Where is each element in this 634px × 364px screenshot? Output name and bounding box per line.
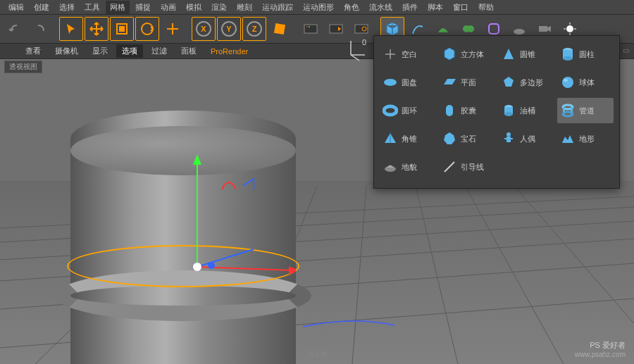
menu-mograph[interactable]: 运动图形 <box>299 1 338 14</box>
label: 多边形 <box>520 77 543 88</box>
plane-icon <box>442 75 457 90</box>
svg-line-29 <box>352 186 366 364</box>
menu-anim[interactable]: 动画 <box>156 1 180 14</box>
label: 油桶 <box>520 106 535 116</box>
view-camera[interactable]: 摄像机 <box>49 44 84 58</box>
prim-disc[interactable]: 圆盘 <box>380 70 436 95</box>
sphere-icon <box>560 75 576 90</box>
render-view[interactable] <box>299 17 323 41</box>
view-filter[interactable]: 过滤 <box>146 44 173 58</box>
prim-pyramid[interactable]: 角锥 <box>380 126 436 151</box>
disc-icon <box>383 75 398 90</box>
prim-cube[interactable]: 立方体 <box>439 42 495 67</box>
guide-icon <box>442 159 457 175</box>
prim-null[interactable]: 空白 <box>380 42 436 67</box>
relief-icon <box>383 159 398 175</box>
svg-point-54 <box>384 106 397 115</box>
move-tool[interactable] <box>85 17 108 41</box>
svg-rect-1 <box>119 26 125 32</box>
svg-line-44 <box>351 55 359 61</box>
svg-rect-10 <box>304 25 317 33</box>
prim-relief[interactable]: 地貌 <box>380 154 436 180</box>
label: 引导线 <box>461 162 484 172</box>
menu-mesh[interactable]: 网格 <box>106 1 130 14</box>
x-axis-toggle[interactable]: X <box>192 17 216 41</box>
pyramid-icon <box>383 131 398 146</box>
menu-create[interactable]: 创建 <box>30 1 54 14</box>
prim-torus[interactable]: 圆环 <box>380 98 436 123</box>
svg-point-2 <box>142 23 153 34</box>
menu-edit[interactable]: 编辑 <box>4 1 28 14</box>
prim-tube[interactable]: 管道 <box>557 98 614 123</box>
svg-point-17 <box>467 25 474 32</box>
coord-system[interactable] <box>268 17 292 41</box>
menu-help[interactable]: 帮助 <box>474 1 498 14</box>
y-axis-toggle[interactable]: Y <box>217 17 241 41</box>
landscape-icon <box>560 131 576 146</box>
z-axis-toggle[interactable]: Z <box>242 17 266 41</box>
capsule-icon <box>442 103 457 118</box>
prim-figure[interactable]: 人偶 <box>498 126 554 151</box>
menu-plugins[interactable]: 插件 <box>398 1 422 14</box>
platonic-icon <box>442 131 457 146</box>
label: 圆柱 <box>579 49 595 60</box>
prim-polygon[interactable]: 多边形 <box>498 70 554 95</box>
svg-rect-18 <box>489 24 499 34</box>
svg-point-12 <box>309 26 310 27</box>
prim-capsule[interactable]: 胶囊 <box>439 98 495 123</box>
menu-render[interactable]: 渲染 <box>207 1 231 14</box>
tube-icon <box>560 103 576 118</box>
undo-button[interactable] <box>3 17 27 41</box>
select-tool[interactable] <box>59 17 83 41</box>
menu-select[interactable]: 选择 <box>55 1 79 14</box>
prim-guide[interactable]: 引导线 <box>439 154 495 180</box>
menu-window[interactable]: 窗口 <box>449 1 473 14</box>
menu-char[interactable]: 角色 <box>340 1 363 14</box>
menu-track[interactable]: 运动跟踪 <box>258 1 297 14</box>
view-view[interactable]: 查看 <box>20 44 46 58</box>
rotate-tool[interactable] <box>135 17 159 41</box>
cylinder-top <box>70 126 296 175</box>
svg-point-52 <box>562 77 573 88</box>
menu-pipeline[interactable]: 流水线 <box>365 1 397 14</box>
label: 圆环 <box>402 106 417 116</box>
nav-frame-icon[interactable]: ▭ <box>623 46 633 56</box>
svg-rect-55 <box>446 105 453 116</box>
view-prorender[interactable]: ProRender <box>205 46 254 57</box>
svg-text:X: X <box>201 25 206 33</box>
svg-line-68 <box>445 162 454 172</box>
prim-oiltank[interactable]: 油桶 <box>498 98 554 123</box>
prim-sphere[interactable]: 球体 <box>557 70 614 95</box>
scale-tool[interactable] <box>110 17 134 41</box>
prim-cone[interactable]: 圆锥 <box>498 42 554 67</box>
view-options[interactable]: 选项 <box>116 44 143 58</box>
cylinder-icon <box>560 46 576 62</box>
prim-cylinder[interactable]: 圆柱 <box>557 42 614 67</box>
view-display[interactable]: 显示 <box>87 44 113 58</box>
torus-icon <box>383 103 398 118</box>
primitive-popup: 空白 立方体 圆锥 圆柱 圆盘 平面 多边形 球体 圆环 胶囊 油桶 管道 角锥… <box>373 35 620 189</box>
svg-rect-14 <box>355 25 368 33</box>
prim-plane[interactable]: 平面 <box>439 70 495 95</box>
prim-platonic[interactable]: 宝石 <box>439 126 495 151</box>
tube-selection <box>67 245 299 287</box>
menu-sculpt[interactable]: 雕刻 <box>232 1 256 14</box>
label: 圆锥 <box>520 49 535 60</box>
menu-snap[interactable]: 捕捉 <box>131 1 155 14</box>
main-menu-bar: 编辑 创建 选择 工具 网格 捕捉 动画 模拟 渲染 雕刻 运动跟踪 运动图形 … <box>0 0 634 14</box>
prim-landscape[interactable]: 地形 <box>557 126 614 151</box>
svg-text:Z: Z <box>252 25 257 33</box>
menu-tools[interactable]: 工具 <box>80 1 104 14</box>
svg-text:0: 0 <box>362 38 366 46</box>
last-tool[interactable] <box>161 17 185 41</box>
label: 球体 <box>579 77 595 88</box>
view-panel[interactable]: 面板 <box>175 44 202 58</box>
axis-widget-icon[interactable]: 0 <box>344 37 369 62</box>
menu-sim[interactable]: 模拟 <box>182 1 206 14</box>
viewport-label: 透视视图 <box>4 61 42 73</box>
redo-button[interactable] <box>28 17 52 41</box>
svg-line-31 <box>465 186 564 364</box>
menu-script[interactable]: 脚本 <box>423 1 447 14</box>
svg-point-19 <box>514 29 525 34</box>
svg-point-58 <box>504 112 513 116</box>
